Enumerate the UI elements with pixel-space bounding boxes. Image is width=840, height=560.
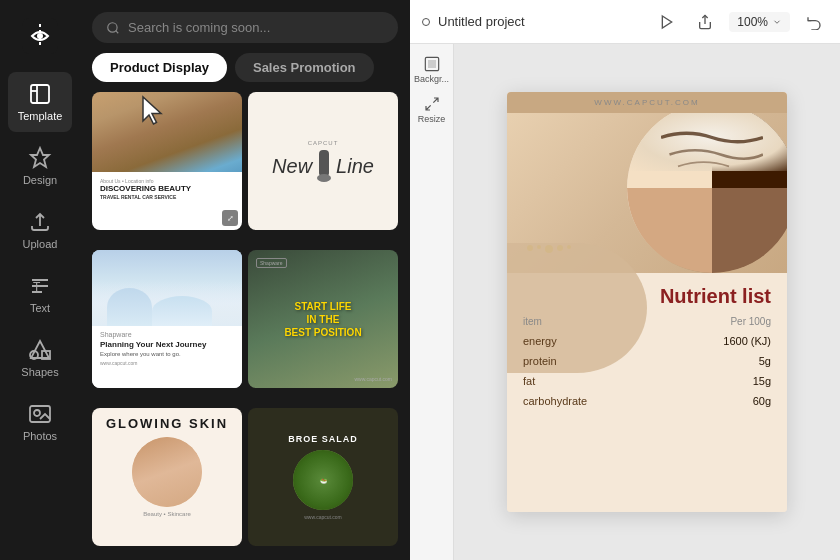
background-tool[interactable]: Backgr... xyxy=(414,52,450,88)
nutrient-label-carbohydrate: carbohydrate xyxy=(523,395,587,407)
template-card-mountain[interactable]: Shapware Planning Your Next Journey Expl… xyxy=(92,250,242,388)
sidebar-item-text-label: Text xyxy=(30,302,50,314)
nutrient-top-bar: WWW.CAPCUT.COM xyxy=(507,92,787,113)
sidebar-item-upload[interactable]: Upload xyxy=(8,200,72,260)
undo-button[interactable] xyxy=(800,8,828,36)
card-travel-lower: About Us • Location info DISCOVERING BEA… xyxy=(92,172,242,230)
glowing-face-circle xyxy=(132,437,202,507)
search-bar[interactable]: Search is coming soon... xyxy=(92,12,398,43)
nutrient-lower: Nutrient list item Per 100g energy 1600 … xyxy=(507,273,787,423)
newline-text: New Line xyxy=(272,150,374,182)
sidebar-item-design[interactable]: Design xyxy=(8,136,72,196)
undo-icon xyxy=(806,14,822,30)
nutrient-value-energy: 1600 (KJ) xyxy=(723,335,771,347)
background-icon xyxy=(424,56,440,72)
nutrient-label-fat: fat xyxy=(523,375,535,387)
sidebar-item-template[interactable]: Template xyxy=(8,72,72,132)
background-tool-label: Backgr... xyxy=(414,74,449,84)
card-glowing-content: GLOWING SKIN Beauty • Skincare xyxy=(92,408,242,546)
sidebar-item-template-label: Template xyxy=(18,110,63,122)
svg-rect-15 xyxy=(428,60,436,68)
search-placeholder: Search is coming soon... xyxy=(128,20,270,35)
preview-area: WWW.CAPCUT.COM xyxy=(491,44,803,560)
project-dot-icon xyxy=(422,18,430,26)
glowing-sub: Beauty • Skincare xyxy=(137,511,196,517)
nutrient-row-fat: fat 15g xyxy=(523,371,771,391)
mountain-text: Shapware Planning Your Next Journey Expl… xyxy=(92,326,242,388)
svg-rect-3 xyxy=(31,85,49,103)
card-travel-content: About Us • Location info DISCOVERING BEA… xyxy=(92,92,242,230)
nutrient-label-protein: protein xyxy=(523,355,557,367)
house-text-line3: BEST POSITION xyxy=(284,326,361,339)
nutrient-card: WWW.CAPCUT.COM xyxy=(507,92,787,512)
card-travel-subtitle: DISCOVERING BEAUTY xyxy=(100,184,234,193)
mountain-title: Planning Your Next Journey xyxy=(100,340,234,349)
filter-tabs: Product Display Sales Promotion xyxy=(80,53,410,92)
svg-point-10 xyxy=(34,410,40,416)
glowing-title: GLOWING SKIN xyxy=(106,416,228,431)
share-button[interactable] xyxy=(691,8,719,36)
play-icon xyxy=(659,14,675,30)
right-panel: Untitled project 100% xyxy=(410,0,840,560)
mountain-url: www.capcut.com xyxy=(100,360,234,366)
mountain-img xyxy=(92,250,242,326)
template-card-salad[interactable]: BROE SALAD 🥗 www.capcut.com xyxy=(248,408,398,546)
nutrient-label-energy: energy xyxy=(523,335,557,347)
house-url: www.capcut.com xyxy=(354,376,392,382)
nutrient-row-protein: protein 5g xyxy=(523,351,771,371)
capcut-label: CAPCUT xyxy=(308,140,339,146)
nutrient-card-title: Nutrient list xyxy=(523,285,771,308)
tab-product-display[interactable]: Product Display xyxy=(92,53,227,82)
house-text-line1: START LIFE xyxy=(284,300,361,313)
canvas-header: Untitled project 100% xyxy=(410,0,840,44)
nutrient-value-fat: 15g xyxy=(753,375,771,387)
nutrient-row-carbohydrate: carbohydrate 60g xyxy=(523,391,771,411)
house-text-line2: IN THE xyxy=(284,313,361,326)
project-title: Untitled project xyxy=(438,14,525,29)
card-salad-content: BROE SALAD 🥗 www.capcut.com xyxy=(248,408,398,546)
share-icon xyxy=(697,14,713,30)
header-col1: item xyxy=(523,316,542,327)
search-icon xyxy=(106,21,120,35)
sidebar-item-shapes[interactable]: Shapes xyxy=(8,328,72,388)
svg-point-2 xyxy=(37,33,43,39)
canvas-area: Backgr... Resize WWW.CAPCUT.COM xyxy=(410,44,840,560)
template-card-travel[interactable]: About Us • Location info DISCOVERING BEA… xyxy=(92,92,242,230)
sidebar-item-design-label: Design xyxy=(23,174,57,186)
tab-sales-promotion[interactable]: Sales Promotion xyxy=(235,53,374,82)
nutrient-table: item Per 100g energy 1600 (KJ) protein 5… xyxy=(523,316,771,411)
sidebar-item-photos-label: Photos xyxy=(23,430,57,442)
sidebar-item-text[interactable]: T Text xyxy=(8,264,72,324)
chevron-down-icon xyxy=(772,17,782,27)
template-card-newline[interactable]: CAPCUT New Line xyxy=(248,92,398,230)
sidebar-item-upload-label: Upload xyxy=(23,238,58,250)
play-button[interactable] xyxy=(653,8,681,36)
card-house-content: START LIFE IN THE BEST POSITION www.capc… xyxy=(248,250,398,388)
salad-title: BROE SALAD xyxy=(288,434,358,444)
nutrient-row-energy: energy 1600 (KJ) xyxy=(523,331,771,351)
preview-card: WWW.CAPCUT.COM xyxy=(507,92,787,512)
card-newline-inner: CAPCUT New Line xyxy=(248,92,398,230)
card-mountain-content: Shapware Planning Your Next Journey Expl… xyxy=(92,250,242,388)
drizzle xyxy=(661,129,763,180)
resize-tool[interactable]: Resize xyxy=(414,92,450,128)
salad-info: www.capcut.com xyxy=(304,514,342,520)
header-col2: Per 100g xyxy=(730,316,771,327)
expand-icon: ⤢ xyxy=(222,210,238,226)
canvas-header-left: Untitled project xyxy=(422,14,643,29)
svg-marker-12 xyxy=(663,16,672,28)
template-grid: About Us • Location info DISCOVERING BEA… xyxy=(80,92,410,560)
svg-point-11 xyxy=(108,22,117,31)
face-image xyxy=(132,437,202,507)
canvas-header-right: 100% xyxy=(653,8,828,36)
nutrient-value-protein: 5g xyxy=(759,355,771,367)
resize-tool-label: Resize xyxy=(418,114,446,124)
template-card-glowing[interactable]: GLOWING SKIN Beauty • Skincare xyxy=(92,408,242,546)
zoom-control[interactable]: 100% xyxy=(729,12,790,32)
house-tag: Shapware xyxy=(256,258,287,268)
sidebar: Template Design Upload T Text Shapes xyxy=(0,0,80,560)
template-card-house[interactable]: START LIFE IN THE BEST POSITION www.capc… xyxy=(248,250,398,388)
svg-text:T: T xyxy=(33,280,41,294)
middle-panel: Search is coming soon... Product Display… xyxy=(80,0,410,560)
sidebar-item-photos[interactable]: Photos xyxy=(8,392,72,452)
